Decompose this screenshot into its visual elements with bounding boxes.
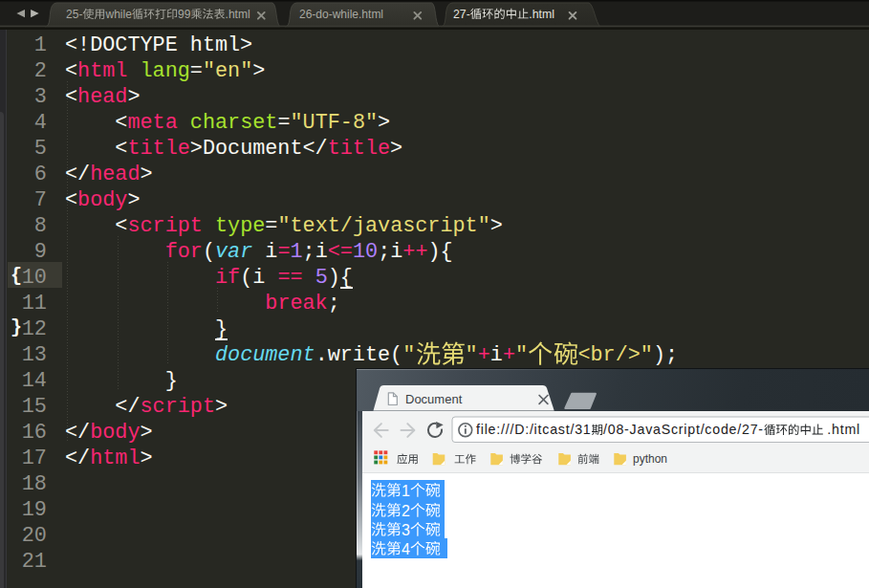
- svg-text:while: while: [104, 8, 132, 21]
- svg-text:2: 2: [402, 502, 410, 518]
- svg-text:3: 3: [402, 522, 410, 538]
- svg-text:26-do-while.html: 26-do-while.html: [299, 8, 383, 21]
- svg-text:.html: .html: [226, 8, 250, 21]
- svg-text:1: 1: [402, 483, 410, 499]
- svg-text:file:///D:/itcast/31: file:///D:/itcast/31: [476, 422, 591, 437]
- svg-text:25-: 25-: [66, 8, 82, 21]
- svg-text:.html: .html: [828, 422, 861, 437]
- svg-text:4: 4: [402, 541, 410, 557]
- svg-text:Document: Document: [405, 392, 463, 406]
- svg-text:99: 99: [178, 8, 191, 21]
- svg-text:27-: 27-: [453, 8, 470, 21]
- svg-text:.html: .html: [529, 8, 554, 21]
- svg-text:python: python: [633, 452, 667, 466]
- svg-text:/08-JavaScript/code/27-: /08-JavaScript/code/27-: [603, 422, 764, 437]
